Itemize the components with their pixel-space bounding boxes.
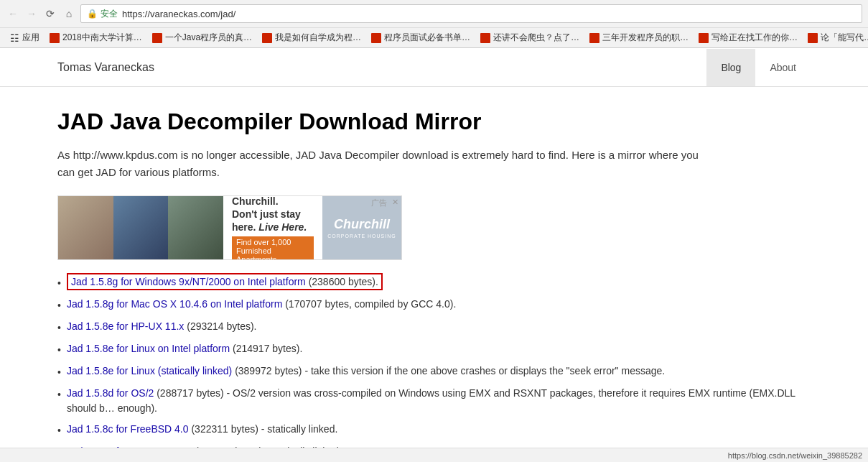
bookmark-favicon (371, 33, 381, 43)
bookmark-2[interactable]: 一个Java程序员的真… (148, 30, 256, 45)
ad-text-area: Welcome to Churchill. Don't just stay he… (223, 196, 322, 259)
download-link-3[interactable]: Jad 1.5.8e for Linux on Intel platform (67, 343, 230, 354)
lock-icon: 🔒 (87, 9, 98, 19)
bookmark-4[interactable]: 程序员面试必备书单… (367, 30, 475, 45)
ad-image-3 (168, 196, 223, 260)
ad-close-icon[interactable]: ✕ (392, 198, 398, 207)
ad-image-1 (58, 196, 113, 260)
bookmark-apps[interactable]: ☷ 应用 (6, 30, 44, 45)
secure-label: 安全 (101, 8, 118, 20)
list-item: • Jad 1.5.8e for HP-UX 11.x (293214 byte… (57, 319, 811, 336)
address-bar[interactable]: 🔒 安全 https://varaneckas.com/jad/ (80, 4, 862, 23)
intro-text: As http://www.kpdus.com is no longer acc… (57, 147, 704, 181)
bookmark-favicon (262, 33, 272, 43)
bullet: • (57, 298, 61, 313)
bookmark-7[interactable]: 写给正在找工作的你… (694, 30, 802, 45)
ad-logo-sub: CORPORATE HOUSING (327, 234, 396, 239)
url-text: https://varaneckas.com/jad/ (122, 9, 235, 19)
list-item: • Jad 1.5.8e for Linux (statically linke… (57, 364, 811, 380)
bullet: • (57, 276, 61, 291)
download-link-6[interactable]: Jad 1.5.8c for FreeBSD 4.0 (67, 423, 189, 435)
download-link-2[interactable]: Jad 1.5.8e for HP-UX 11.x (67, 320, 184, 332)
bookmark-favicon (480, 33, 490, 43)
list-item: • Jad 1.5.8g for Windows 9x/NT/2000 on I… (57, 274, 811, 291)
nav-blog[interactable]: Blog (706, 49, 755, 86)
browser-chrome: ← → ⟳ ⌂ 🔒 安全 https://varaneckas.com/jad/… (0, 0, 868, 48)
list-item: • Jad 1.5.8g for Mac OS X 10.4.6 on Inte… (57, 297, 811, 313)
home-button[interactable]: ⌂ (62, 6, 76, 21)
list-item: • Jad 1.5.8c for FreeBSD 4.0 (322311 byt… (57, 422, 811, 438)
download-list: • Jad 1.5.8g for Windows 9x/NT/2000 on I… (57, 274, 811, 462)
back-button[interactable]: ← (6, 6, 20, 21)
bookmark-8[interactable]: 论「能写代… (803, 30, 868, 45)
ad-sub-text: Find over 1,000 Furnished Apartments Nat… (232, 236, 314, 260)
page-title: JAD Java Decompiler Download Mirror (57, 108, 811, 135)
reload-button[interactable]: ⟳ (43, 6, 57, 21)
bookmark-1[interactable]: 2018中南大学计算… (45, 30, 146, 45)
bullet: • (57, 343, 61, 358)
bookmark-favicon (50, 33, 60, 43)
browser-toolbar: ← → ⟳ ⌂ 🔒 安全 https://varaneckas.com/jad/ (0, 0, 868, 27)
ad-label: 广告 (371, 198, 387, 208)
ad-logo-text: Churchill (334, 217, 390, 233)
ad-images (58, 196, 223, 260)
bookmark-favicon (808, 33, 818, 43)
bookmark-favicon (152, 33, 162, 43)
main-content: JAD Java Decompiler Download Mirror As h… (0, 87, 868, 462)
bullet: • (57, 423, 61, 438)
page-nav: Tomas Varaneckas Blog About (0, 48, 868, 87)
ad-headline: Welcome to Churchill. Don't just stay he… (232, 195, 314, 234)
ad-banner[interactable]: Welcome to Churchill. Don't just stay he… (57, 195, 402, 260)
ad-logo-area: Churchill CORPORATE HOUSING (322, 196, 401, 259)
ad-image-2 (113, 196, 169, 260)
bookmark-5[interactable]: 还讲不会爬虫？点了… (476, 30, 584, 45)
bookmark-favicon (699, 33, 709, 43)
bookmark-6[interactable]: 三年开发程序员的职… (585, 30, 693, 45)
bullet: • (57, 387, 61, 402)
highlighted-item: Jad 1.5.8g for Windows 9x/NT/2000 on Int… (67, 273, 383, 290)
status-bar: https://blog.csdn.net/weixin_39885282 (0, 448, 868, 462)
download-link-1[interactable]: Jad 1.5.8g for Mac OS X 10.4.6 on Intel … (67, 298, 282, 310)
nav-brand: Tomas Varaneckas (57, 61, 692, 74)
download-link-0[interactable]: Jad 1.5.8g for Windows 9x/NT/2000 on Int… (71, 276, 306, 287)
list-item: • Jad 1.5.8d for OS/2 (288717 bytes) - O… (57, 386, 811, 416)
bullet: • (57, 320, 61, 336)
nav-about[interactable]: About (755, 49, 811, 86)
bookmark-favicon (589, 33, 599, 43)
bookmarks-bar: ☷ 应用 2018中南大学计算… 一个Java程序员的真… 我是如何自学成为程…… (0, 27, 868, 47)
bullet: • (57, 365, 61, 380)
bookmark-3[interactable]: 我是如何自学成为程… (258, 30, 365, 45)
forward-button[interactable]: → (24, 6, 39, 21)
status-url: https://blog.csdn.net/weixin_39885282 (728, 451, 862, 460)
download-link-5[interactable]: Jad 1.5.8d for OS/2 (67, 387, 154, 399)
list-item: • Jad 1.5.8e for Linux on Intel platform… (57, 341, 811, 358)
download-link-4[interactable]: Jad 1.5.8e for Linux (statically linked) (67, 365, 232, 376)
